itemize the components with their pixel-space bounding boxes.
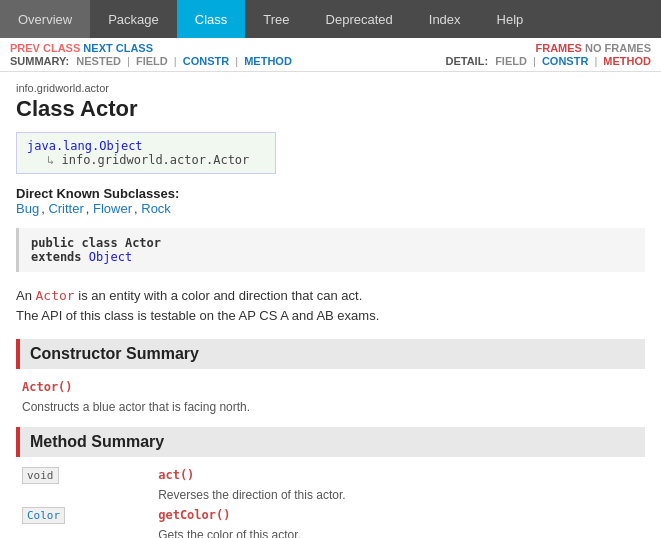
actor-highlight: Actor [36, 288, 75, 303]
subclass-bug[interactable]: Bug [16, 201, 39, 216]
desc-line2: The API of this class is testable on the… [16, 306, 645, 326]
sec-nav-right: FRAMES NO FRAMES DETAIL: FIELD | CONSTR … [445, 42, 651, 67]
inheritance-child: ↳ info.gridworld.actor.Actor [27, 153, 265, 167]
subclasses-section: Direct Known Subclasses: Bug, Critter, F… [16, 186, 645, 216]
nav-help[interactable]: Help [479, 0, 542, 38]
sec-nav-left: PREV CLASS NEXT CLASS SUMMARY: NESTED | … [10, 42, 292, 67]
summary-field[interactable]: FIELD [136, 55, 168, 67]
method-act-row: void act() [16, 465, 645, 485]
code-line1: public class Actor [31, 236, 633, 250]
nav-package[interactable]: Package [90, 0, 177, 38]
constructor-link[interactable]: Actor() [22, 380, 73, 394]
frames-link[interactable]: FRAMES [535, 42, 581, 54]
method-act-link[interactable]: act() [158, 468, 194, 482]
method-getcolor-name: getColor() [152, 505, 645, 525]
subclass-flower[interactable]: Flower [93, 201, 132, 216]
method-act-desc: Reverses the direction of this actor. [152, 485, 645, 505]
subclass-critter[interactable]: Critter [48, 201, 83, 216]
subclasses-links: Bug, Critter, Flower, Rock [16, 201, 645, 216]
no-frames-link[interactable]: NO FRAMES [585, 42, 651, 54]
code-block: public class Actor extends Object [16, 228, 645, 272]
constructor-table: Actor() Constructs a blue actor that is … [16, 377, 645, 417]
inheritance-child-text: info.gridworld.actor.Actor [61, 153, 249, 167]
desc-line1: An Actor is an entity with a color and d… [16, 286, 645, 306]
method-act-name: act() [152, 465, 645, 485]
inheritance-root: java.lang.Object [27, 139, 265, 153]
method-getcolor-row: Color getColor() [16, 505, 645, 525]
method-getcolor-return: Color [16, 505, 152, 525]
extends-link[interactable]: Object [89, 250, 132, 264]
class-package: info.gridworld.actor [16, 82, 645, 94]
detail-field[interactable]: FIELD [495, 55, 527, 67]
subclass-rock[interactable]: Rock [141, 201, 171, 216]
summary-nested[interactable]: NESTED [76, 55, 121, 67]
nav-bar: Overview Package Class Tree Deprecated I… [0, 0, 661, 38]
detail-links: DETAIL: FIELD | CONSTR | METHOD [445, 55, 651, 67]
method-act-return: void [16, 465, 152, 485]
constructor-entry: Actor() [16, 377, 645, 397]
constructor-desc-row: Constructs a blue actor that is facing n… [16, 397, 645, 417]
method-getcolor-desc: Gets the color of this actor. [152, 525, 645, 538]
main-content: info.gridworld.actor Class Actor java.la… [0, 72, 661, 538]
method-getcolor-link[interactable]: getColor() [158, 508, 230, 522]
prev-next-class: PREV CLASS NEXT CLASS [10, 42, 292, 54]
nav-index[interactable]: Index [411, 0, 479, 38]
page-title: Class Actor [16, 96, 645, 122]
subclasses-label: Direct Known Subclasses: [16, 186, 645, 201]
nav-overview[interactable]: Overview [0, 0, 90, 38]
next-class-link[interactable]: NEXT CLASS [83, 42, 153, 54]
inheritance-tree: java.lang.Object ↳ info.gridworld.actor.… [16, 132, 276, 174]
code-line2: extends Object [31, 250, 633, 264]
frames-links: FRAMES NO FRAMES [445, 42, 651, 54]
nav-tree[interactable]: Tree [245, 0, 307, 38]
prev-class-link[interactable]: PREV CLASS [10, 42, 80, 54]
constructor-name: Actor() [16, 377, 645, 397]
secondary-nav: PREV CLASS NEXT CLASS SUMMARY: NESTED | … [0, 38, 661, 72]
summary-links: SUMMARY: NESTED | FIELD | CONSTR | METHO… [10, 55, 292, 67]
method-summary-header: Method Summary [16, 427, 645, 457]
summary-constr[interactable]: CONSTR [183, 55, 229, 67]
nav-deprecated[interactable]: Deprecated [308, 0, 411, 38]
method-getcolor-desc-row: Gets the color of this actor. [16, 525, 645, 538]
detail-method[interactable]: METHOD [603, 55, 651, 67]
constructor-desc: Constructs a blue actor that is facing n… [16, 397, 645, 417]
constructor-summary-header: Constructor Summary [16, 339, 645, 369]
detail-constr[interactable]: CONSTR [542, 55, 588, 67]
method-table: void act() Reverses the direction of thi… [16, 465, 645, 538]
summary-method[interactable]: METHOD [244, 55, 292, 67]
method-act-desc-row: Reverses the direction of this actor. [16, 485, 645, 505]
nav-class[interactable]: Class [177, 0, 246, 38]
inheritance-root-link[interactable]: java.lang.Object [27, 139, 143, 153]
class-description: An Actor is an entity with a color and d… [16, 286, 645, 325]
